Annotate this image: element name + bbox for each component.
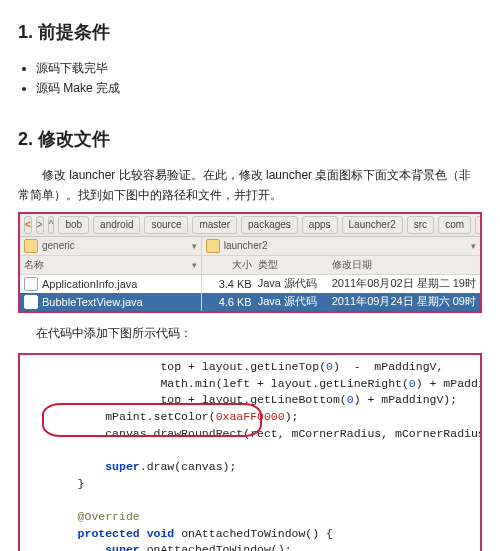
file-size: 3.4 KB xyxy=(206,278,258,290)
right-dropdown-row[interactable]: launcher2 ▾ xyxy=(202,237,480,256)
nav-forward-button[interactable]: > xyxy=(36,216,44,234)
list-item: 源码下载完毕 xyxy=(36,58,482,78)
file-name: BubbleTextView.java xyxy=(42,296,197,308)
section-1-number: 1. xyxy=(18,22,33,42)
code-line: protected void onAttachedToWindow() { xyxy=(50,527,333,540)
file-type: Java 源代码 xyxy=(258,276,332,291)
breadcrumb[interactable]: packages xyxy=(241,216,298,234)
column-header-size[interactable]: 大小 xyxy=(206,258,258,272)
nav-up-button[interactable]: ^ xyxy=(48,216,55,234)
column-header-type[interactable]: 类型 xyxy=(258,258,332,272)
sort-arrow-icon: ▾ xyxy=(192,260,197,270)
left-dropdown-label: generic xyxy=(42,240,188,251)
paragraph-1: 修改 launcher 比较容易验证。在此，修改 launcher 桌面图标下面… xyxy=(18,165,482,206)
code-line: canvas.drawRoundRect(rect, mCornerRadius… xyxy=(50,427,482,440)
file-browser-right-pane: launcher2 ▾ 大小 类型 修改日期 3.4 KB Java 源代码 2… xyxy=(202,237,480,311)
chevron-down-icon: ▾ xyxy=(192,241,197,251)
breadcrumb[interactable]: bob xyxy=(58,216,89,234)
file-detail-row-selected[interactable]: 4.6 KB Java 源代码 2011年09月24日 星期六 09时 xyxy=(202,293,480,311)
section-2-heading: 2. 修改文件 xyxy=(18,127,482,151)
right-header-row: 大小 类型 修改日期 xyxy=(202,256,480,275)
file-date: 2011年08月02日 星期二 19时 xyxy=(332,276,476,291)
file-browser-toolbar: < > ^ bob android source master packages… xyxy=(20,214,480,237)
code-line: Math.min(left + layout.getLineRight(0) +… xyxy=(50,377,482,390)
nav-back-button[interactable]: < xyxy=(24,216,32,234)
column-header-date[interactable]: 修改日期 xyxy=(332,258,476,272)
section-2-number: 2. xyxy=(18,129,33,149)
file-size: 4.6 KB xyxy=(206,296,258,308)
code-line: } xyxy=(50,477,85,490)
paragraph-2: 在代码中添加下图所示代码： xyxy=(36,323,482,343)
breadcrumb[interactable]: com xyxy=(438,216,471,234)
file-detail-row[interactable]: 3.4 KB Java 源代码 2011年08月02日 星期二 19时 xyxy=(202,275,480,293)
code-line: super.draw(canvas); xyxy=(50,460,236,473)
file-type: Java 源代码 xyxy=(258,294,332,309)
prereq-list: 源码下载完毕 源码 Make 完成 xyxy=(36,58,482,99)
breadcrumb[interactable]: master xyxy=(192,216,237,234)
file-date: 2011年09月24日 星期六 09时 xyxy=(332,294,476,309)
right-dropdown-label: launcher2 xyxy=(224,240,467,251)
file-row-selected[interactable]: BubbleTextView.java xyxy=(20,293,201,311)
code-line: top + layout.getLineBottom(0) + mPadding… xyxy=(50,393,457,406)
section-1-title: 前提条件 xyxy=(38,22,110,42)
code-line-highlighted: mPaint.setColor(0xaaFF0000); xyxy=(50,410,298,423)
section-1-heading: 1. 前提条件 xyxy=(18,20,482,44)
breadcrumb[interactable]: source xyxy=(144,216,188,234)
breadcrumb[interactable]: src xyxy=(407,216,434,234)
left-header-row: 名称 ▾ xyxy=(20,256,201,275)
code-line: super.onAttachedToWindow(); xyxy=(50,543,292,551)
code-screenshot: top + layout.getLineTop(0) - mPaddingV, … xyxy=(18,353,482,551)
breadcrumb[interactable]: android xyxy=(475,216,482,234)
file-browser-left-pane: generic ▾ 名称 ▾ ApplicationInfo.java Bubb… xyxy=(20,237,202,311)
breadcrumb[interactable]: Launcher2 xyxy=(342,216,403,234)
file-row[interactable]: ApplicationInfo.java xyxy=(20,275,201,293)
list-item: 源码 Make 完成 xyxy=(36,78,482,98)
java-file-icon xyxy=(24,295,38,309)
file-browser-screenshot: < > ^ bob android source master packages… xyxy=(18,212,482,313)
section-2-title: 修改文件 xyxy=(38,129,110,149)
column-header-name[interactable]: 名称 xyxy=(24,258,188,272)
left-dropdown-row[interactable]: generic ▾ xyxy=(20,237,201,256)
breadcrumb[interactable]: apps xyxy=(302,216,338,234)
chevron-down-icon: ▾ xyxy=(471,241,476,251)
folder-icon xyxy=(24,239,38,253)
code-line: @Override xyxy=(50,510,140,523)
breadcrumb[interactable]: android xyxy=(93,216,140,234)
folder-icon xyxy=(206,239,220,253)
java-file-icon xyxy=(24,277,38,291)
file-name: ApplicationInfo.java xyxy=(42,278,197,290)
code-line: top + layout.getLineTop(0) - mPaddingV, xyxy=(50,360,443,373)
